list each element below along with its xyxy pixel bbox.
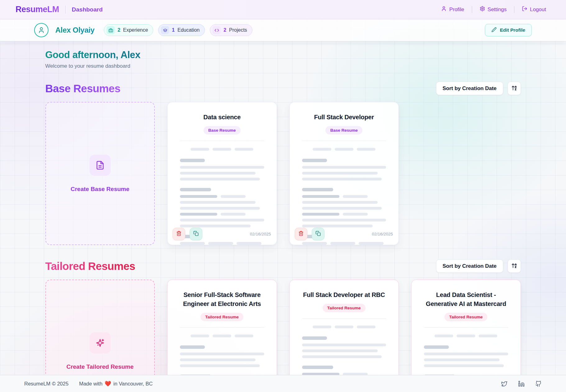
profile-bar: Alex Olyaiy 2 Experience 1 Education xyxy=(0,19,566,41)
projects-count: 2 xyxy=(223,27,226,33)
resume-card-title: Lead Data Scientist - Generative AI at M… xyxy=(424,290,508,308)
resume-card-title: Data science xyxy=(180,113,264,122)
tailored-sort-button[interactable]: Sort by Creation Date xyxy=(436,259,503,273)
nav-divider xyxy=(514,6,514,13)
experience-label: Experience xyxy=(123,27,148,33)
base-resumes-grid: Create Base Resume Data science Base Res… xyxy=(45,102,521,245)
card-divider xyxy=(424,327,508,328)
sort-az-icon xyxy=(511,263,517,270)
pencil-icon xyxy=(491,27,497,34)
resume-card-full-stack-developer[interactable]: Full Stack Developer Base Resume xyxy=(289,102,399,245)
base-sort-button[interactable]: Sort by Creation Date xyxy=(436,82,503,95)
nav-profile-label: Profile xyxy=(449,7,464,13)
resume-card-title: Senior Full-Stack Software Engineer at E… xyxy=(180,290,264,308)
briefcase-icon xyxy=(107,26,115,34)
avatar xyxy=(34,23,48,37)
footer-social-links xyxy=(501,381,542,387)
experience-badge: 2 Experience xyxy=(104,24,153,36)
resume-creation-date: 02/16/2025 xyxy=(372,232,393,236)
duplicate-resume-button[interactable] xyxy=(190,228,202,240)
sort-az-icon xyxy=(511,85,517,92)
gear-icon xyxy=(480,6,485,13)
greeting-subtitle: Welcome to your resume dashboard xyxy=(45,63,521,69)
linkedin-icon[interactable] xyxy=(518,381,525,387)
resume-creation-date: 02/16/2025 xyxy=(250,232,271,236)
footer-copyright: ResumeLM © 2025 xyxy=(24,381,68,387)
nav-profile-link[interactable]: Profile xyxy=(437,3,468,16)
create-base-resume-label: Create Base Resume xyxy=(71,186,129,193)
resume-type-badge: Tailored Resume xyxy=(200,313,243,321)
education-badge: 1 Education xyxy=(158,24,205,36)
trash-icon xyxy=(176,231,182,237)
duplicate-resume-button[interactable] xyxy=(312,228,324,240)
base-resumes-section: Base Resumes Sort by Creation Date Creat xyxy=(45,82,521,245)
resume-card-data-science[interactable]: Data science Base Resume xyxy=(167,102,277,245)
top-navbar: ResumeLM Dashboard Profile Settings xyxy=(0,0,566,19)
card-footer: 02/16/2025 xyxy=(295,228,393,240)
base-section-header: Base Resumes Sort by Creation Date xyxy=(45,82,521,95)
create-base-resume-card[interactable]: Create Base Resume xyxy=(45,102,155,245)
copy-icon xyxy=(315,231,321,237)
nav-settings-link[interactable]: Settings xyxy=(475,3,511,16)
copy-icon xyxy=(193,231,199,237)
projects-badge: 2 Projects xyxy=(210,24,252,36)
twitter-icon[interactable] xyxy=(501,381,508,387)
github-icon[interactable] xyxy=(535,381,542,387)
resume-dashboard-page: ResumeLM Dashboard Profile Settings xyxy=(0,0,566,392)
profile-name: Alex Olyaiy xyxy=(55,26,94,34)
projects-label: Projects xyxy=(229,27,247,33)
resume-card-title: Full Stack Developer xyxy=(302,113,386,122)
base-sort-direction-button[interactable] xyxy=(508,82,521,95)
navbar-links: Profile Settings Logout xyxy=(437,3,550,16)
edit-profile-label: Edit Profile xyxy=(500,27,525,33)
education-label: Education xyxy=(177,27,200,33)
user-icon xyxy=(441,6,447,13)
education-count: 1 xyxy=(172,27,175,33)
resume-type-badge: Tailored Resume xyxy=(323,304,366,312)
create-tailored-resume-label: Create Tailored Resume xyxy=(67,363,134,370)
nav-logout-link[interactable]: Logout xyxy=(518,3,550,16)
edit-profile-button[interactable]: Edit Profile xyxy=(485,24,532,36)
nav-logout-label: Logout xyxy=(530,7,546,13)
sparkles-icon xyxy=(90,332,111,353)
card-divider xyxy=(302,318,386,319)
card-divider xyxy=(180,327,264,328)
nav-divider xyxy=(472,6,472,13)
heart-icon: ❤️ xyxy=(105,381,111,387)
footer-made-with-text: Made with xyxy=(79,381,102,387)
resume-card-title: Full Stack Developer at RBC xyxy=(302,290,386,299)
card-footer: 02/16/2025 xyxy=(173,228,271,240)
footer-text: ResumeLM © 2025 Made with ❤️ in Vancouve… xyxy=(24,381,153,387)
tailored-section-header: Tailored Resumes Sort by Creation Date xyxy=(45,259,521,273)
tailored-resumes-section: Tailored Resumes Sort by Creation Date C xyxy=(45,259,521,392)
code-icon xyxy=(213,26,221,34)
footer-location-text: in Vancouver, BC xyxy=(113,381,153,387)
document-icon xyxy=(90,155,111,176)
tailored-sort-controls: Sort by Creation Date xyxy=(436,259,521,273)
brand-logo[interactable]: ResumeLM xyxy=(16,5,59,14)
resume-type-badge: Tailored Resume xyxy=(444,313,487,321)
delete-resume-button[interactable] xyxy=(295,228,307,240)
breadcrumb-dashboard[interactable]: Dashboard xyxy=(72,6,103,13)
greeting-title: Good afternoon, Alex xyxy=(45,49,140,61)
nav-settings-label: Settings xyxy=(488,7,507,13)
page-footer: ResumeLM © 2025 Made with ❤️ in Vancouve… xyxy=(0,375,566,392)
base-section-title: Base Resumes xyxy=(45,82,121,95)
experience-count: 2 xyxy=(117,27,120,33)
tailored-sort-direction-button[interactable] xyxy=(508,259,521,273)
nav-divider xyxy=(65,6,66,14)
tailored-section-title: Tailored Resumes xyxy=(45,260,135,272)
resume-type-badge: Base Resume xyxy=(325,126,362,134)
resume-type-badge: Base Resume xyxy=(204,126,241,134)
trash-icon xyxy=(298,231,304,237)
main-content: Good afternoon, Alex Welcome to your res… xyxy=(45,41,521,392)
card-divider xyxy=(180,141,264,141)
graduation-cap-icon xyxy=(161,26,169,34)
base-sort-controls: Sort by Creation Date xyxy=(436,82,521,95)
card-divider xyxy=(302,141,386,141)
logout-icon xyxy=(522,6,527,13)
profile-badges: 2 Experience 1 Education 2 Projects xyxy=(104,24,252,36)
empty-grid-slot xyxy=(411,102,521,245)
delete-resume-button[interactable] xyxy=(173,228,185,240)
footer-made-with: Made with ❤️ in Vancouver, BC xyxy=(79,381,153,387)
